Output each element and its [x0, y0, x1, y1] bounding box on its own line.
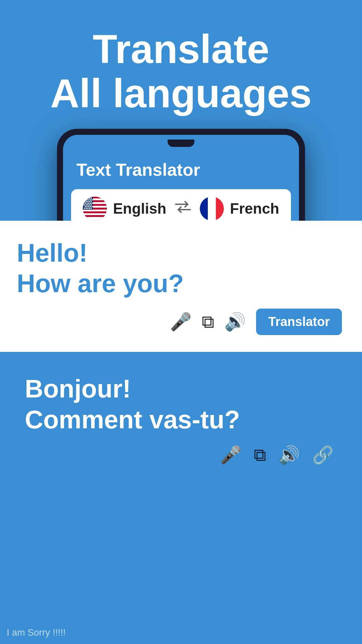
svg-point-30 [85, 203, 86, 204]
svg-rect-3 [83, 199, 107, 201]
svg-point-20 [85, 199, 86, 201]
source-text-line2: How are you? [17, 269, 184, 298]
hero-title-line2: All languages [0, 71, 362, 115]
svg-point-37 [87, 204, 88, 206]
svg-rect-11 [83, 213, 107, 215]
translated-text-line2: Comment vas-tu? [25, 405, 240, 434]
svg-point-44 [92, 206, 93, 207]
svg-point-17 [87, 198, 88, 199]
svg-point-24 [92, 199, 93, 201]
svg-point-25 [84, 201, 85, 202]
svg-point-40 [85, 206, 86, 207]
copy-icon[interactable]: ⧉ [202, 312, 214, 332]
svg-point-23 [90, 199, 91, 201]
source-panel-actions: 🎤 ⧉ 🔊 Translator [17, 309, 345, 342]
app-header: Text Translator [63, 152, 299, 189]
translated-panel: Bonjour! Comment vas-tu? 🎤 ⧉ 🔊 🔗 [8, 357, 354, 475]
hero-section: Translate All languages [0, 0, 362, 129]
svg-point-31 [86, 203, 88, 204]
translated-speaker-icon[interactable]: 🔊 [278, 445, 300, 465]
speaker-icon[interactable]: 🔊 [224, 312, 246, 332]
svg-point-16 [85, 198, 87, 199]
microphone-icon[interactable]: 🎤 [170, 312, 192, 332]
svg-rect-53 [216, 197, 224, 221]
translator-button[interactable]: Translator [256, 309, 342, 335]
svg-rect-9 [83, 210, 107, 212]
svg-point-43 [90, 206, 91, 207]
source-text-line1: Hello! [17, 238, 87, 267]
svg-point-47 [87, 208, 88, 209]
svg-point-33 [90, 203, 91, 204]
svg-point-27 [87, 201, 88, 202]
svg-point-45 [84, 208, 85, 209]
app-title: Text Translator [76, 160, 200, 179]
phone-screen: Text Translator [63, 135, 299, 235]
translated-copy-icon[interactable]: ⧉ [254, 445, 266, 465]
svg-point-28 [89, 201, 90, 202]
svg-point-36 [85, 204, 87, 206]
source-text: Hello! How are you? [17, 237, 345, 299]
svg-point-18 [89, 198, 90, 199]
svg-point-38 [89, 204, 90, 206]
svg-rect-13 [83, 217, 107, 221]
svg-point-46 [85, 208, 87, 209]
svg-point-34 [92, 203, 93, 204]
translated-microphone-icon[interactable]: 🎤 [220, 445, 242, 465]
target-language-name: French [230, 200, 279, 217]
svg-rect-51 [200, 197, 208, 221]
fr-flag-icon [200, 197, 224, 221]
phone-notch-area [63, 135, 299, 152]
hero-title-line1: Translate [0, 27, 362, 71]
svg-point-39 [90, 204, 92, 206]
svg-point-21 [86, 199, 88, 201]
watermark-text: I am Sorry !!!!! [7, 627, 66, 638]
swap-languages-icon[interactable] [173, 200, 193, 218]
svg-rect-12 [83, 215, 107, 217]
svg-point-22 [88, 199, 89, 201]
svg-point-19 [90, 198, 92, 199]
source-translation-panel: Hello! How are you? 🎤 ⧉ 🔊 Translator [0, 221, 362, 352]
translated-text: Bonjour! Comment vas-tu? [25, 373, 337, 434]
target-language-item[interactable]: French [200, 197, 279, 221]
source-language-item[interactable]: English [83, 197, 166, 221]
svg-point-41 [86, 206, 88, 207]
svg-point-15 [84, 198, 85, 199]
source-language-name: English [113, 200, 166, 217]
translated-text-line1: Bonjour! [25, 374, 131, 403]
translated-panel-actions: 🎤 ⧉ 🔊 🔗 [25, 445, 337, 465]
svg-point-42 [88, 206, 89, 207]
svg-rect-10 [83, 211, 107, 213]
svg-point-35 [84, 204, 85, 206]
us-flag-icon [83, 197, 107, 221]
svg-point-32 [88, 203, 89, 204]
svg-rect-52 [208, 197, 216, 221]
share-icon[interactable]: 🔗 [312, 445, 334, 465]
svg-point-48 [89, 208, 90, 209]
svg-point-29 [90, 201, 92, 202]
svg-point-26 [85, 201, 87, 202]
svg-point-49 [90, 208, 92, 209]
phone-notch [168, 140, 194, 147]
svg-rect-2 [83, 197, 107, 199]
